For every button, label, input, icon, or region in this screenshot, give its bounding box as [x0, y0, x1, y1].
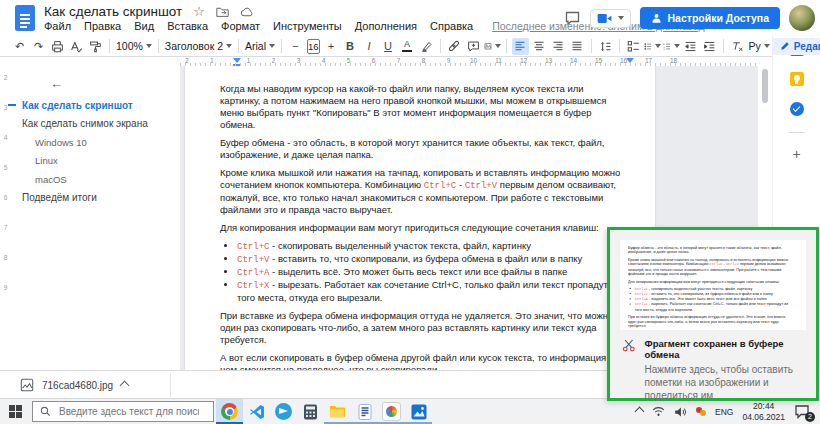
outline-item[interactable]: macOS	[22, 170, 148, 189]
taskbar-app-vscode[interactable]	[243, 399, 270, 424]
paragraph[interactable]: А вот если скопировать в буфер обмена др…	[220, 352, 623, 370]
font-size-input[interactable]: 16	[307, 39, 320, 54]
increase-font-size-button[interactable]: +	[323, 38, 340, 55]
horizontal-ruler[interactable]: 2 1 123456789101112131415161718	[180, 58, 758, 66]
menu-item-file[interactable]: Файл	[42, 20, 73, 32]
document-title[interactable]: Как сделать скриншот	[44, 4, 182, 19]
outline-item[interactable]: Windows 10	[22, 133, 148, 152]
line-spacing-button[interactable]	[597, 38, 614, 55]
move-folder-icon[interactable]	[216, 6, 229, 17]
zoom-select[interactable]: 100%	[116, 40, 152, 52]
tasks-icon[interactable]	[790, 102, 804, 116]
color-wheel-icon	[382, 402, 401, 421]
undo-button[interactable]: ↶	[11, 38, 28, 55]
taskbar-search[interactable]	[32, 401, 214, 422]
increase-indent-button[interactable]	[701, 38, 718, 55]
decrease-font-size-button[interactable]: −	[287, 38, 304, 55]
menu-item-tools[interactable]: Инструменты	[271, 20, 344, 32]
numbered-list-button[interactable]	[663, 38, 680, 55]
taskbar-app-explorer[interactable]	[324, 399, 351, 424]
document-page[interactable]: Когда мы наводим курсор на какой-то файл…	[185, 66, 655, 370]
close-outline-button[interactable]: ←	[50, 76, 63, 91]
outline-item[interactable]: Linux	[22, 152, 148, 171]
keep-icon[interactable]	[790, 72, 804, 86]
docs-logo-icon[interactable]	[14, 4, 36, 32]
start-button[interactable]	[0, 399, 30, 424]
text-color-button[interactable]: A	[399, 38, 416, 55]
decrease-indent-button[interactable]	[682, 38, 699, 55]
justify-button[interactable]	[569, 38, 586, 55]
clear-formatting-button[interactable]	[729, 38, 746, 55]
taskbar-app-document-editor[interactable]	[351, 399, 378, 424]
right-indent-marker[interactable]	[626, 58, 634, 63]
redo-button[interactable]: ↷	[30, 38, 47, 55]
taskbar-app-telegram[interactable]	[270, 399, 297, 424]
align-left-button[interactable]	[512, 38, 529, 55]
taskbar-app-photos[interactable]	[405, 399, 432, 424]
align-center-button[interactable]	[531, 38, 548, 55]
network-icon[interactable]	[652, 406, 665, 417]
chevron-up-icon[interactable]	[120, 380, 130, 390]
star-icon[interactable]: ☆	[193, 5, 205, 18]
menu-item-help[interactable]: Справка	[428, 20, 475, 32]
language-indicator[interactable]: ENG	[715, 407, 733, 417]
italic-button[interactable]: I	[361, 38, 378, 55]
outline-item-active[interactable]: Как сделать скриншот	[22, 96, 148, 115]
highlight-color-button[interactable]	[418, 38, 435, 55]
editing-mode-button[interactable]: Редактирова..	[772, 38, 820, 55]
paragraph[interactable]: Для копирования информации вам могут при…	[220, 222, 623, 234]
clock[interactable]: 20:44 04.06.2021	[742, 401, 785, 422]
taskbar-app-chrome[interactable]	[216, 399, 243, 424]
print-button[interactable]	[49, 38, 66, 55]
insert-image-button[interactable]	[484, 38, 501, 55]
left-indent-marker[interactable]	[233, 58, 241, 66]
action-center-button[interactable]: 2	[794, 404, 812, 420]
paragraph[interactable]: Кроме клика мышкой или нажатия на тачпад…	[220, 167, 623, 216]
bullet-item[interactable]: Ctrl+X - вырезать. Работает как сочетани…	[237, 279, 623, 304]
taskbar-app-paint3d[interactable]	[378, 399, 405, 424]
font-select[interactable]: Arial	[245, 40, 275, 52]
paragraph-style-select[interactable]: Заголовок 2	[165, 40, 232, 52]
bullet-item[interactable]: Ctrl+C - скопировать выделенный участок …	[237, 240, 623, 253]
checklist-button[interactable]	[625, 38, 642, 55]
document-text[interactable]: Когда мы наводим курсор на какой-то файл…	[220, 83, 623, 370]
menu-item-insert[interactable]: Вставка	[165, 20, 210, 32]
paragraph[interactable]: Когда мы наводим курсор на какой-то файл…	[220, 83, 623, 131]
outline-item[interactable]: Подведём итоги	[22, 189, 148, 208]
menu-item-addons[interactable]: Дополнения	[353, 20, 419, 32]
share-settings-button[interactable]: Настройки Доступа	[640, 7, 780, 29]
spellcheck-button[interactable]	[68, 38, 85, 55]
paragraph[interactable]: Буфер обмена - это область, в которой мо…	[220, 137, 623, 161]
search-input[interactable]	[57, 405, 201, 418]
comments-icon[interactable]	[564, 10, 581, 26]
download-item[interactable]: 716cad4680.jpg	[12, 375, 136, 395]
underline-button[interactable]: U	[380, 38, 397, 55]
add-addon-icon[interactable]: +	[792, 149, 800, 159]
outline-item[interactable]: Как сделать снимок экрана	[22, 115, 148, 134]
vertical-ruler[interactable]: 23456789	[0, 62, 11, 302]
account-avatar[interactable]	[789, 5, 815, 31]
calculator-icon	[303, 404, 318, 420]
volume-icon[interactable]	[674, 406, 687, 418]
paint-format-button[interactable]	[87, 38, 104, 55]
scrollbar-thumb[interactable]	[762, 69, 768, 103]
taskbar-app-calculator[interactable]	[297, 399, 324, 424]
snip-notification-toast[interactable]: Буфер обмена - это область, в которой мо…	[610, 240, 816, 402]
menu-item-format[interactable]: Формат	[219, 20, 262, 32]
align-right-button[interactable]	[550, 38, 567, 55]
insert-link-button[interactable]	[446, 38, 463, 55]
bullet-item[interactable]: Ctrl+A - выделить всё. Это может быть ве…	[237, 266, 623, 279]
add-comment-button[interactable]	[465, 38, 482, 55]
input-tools-button[interactable]: Ру	[749, 40, 770, 52]
menu-item-view[interactable]: Вид	[132, 20, 156, 32]
tray-expand-icon[interactable]	[635, 407, 645, 417]
bold-button[interactable]: B	[342, 38, 359, 55]
tray-status-icon[interactable]	[696, 407, 706, 416]
paragraph[interactable]: При вставке из буфера обмена информация …	[220, 310, 623, 346]
bulleted-list-button[interactable]	[644, 38, 661, 55]
menu-item-edit[interactable]: Правка	[82, 20, 123, 32]
bullet-item[interactable]: Ctrl+V - вставить то, что скопировали, и…	[237, 253, 623, 266]
screenshot-thumbnail[interactable]: Буфер обмена - это область, в которой мо…	[620, 240, 806, 330]
join-meet-button[interactable]	[590, 9, 631, 28]
file-explorer-icon	[329, 404, 346, 419]
